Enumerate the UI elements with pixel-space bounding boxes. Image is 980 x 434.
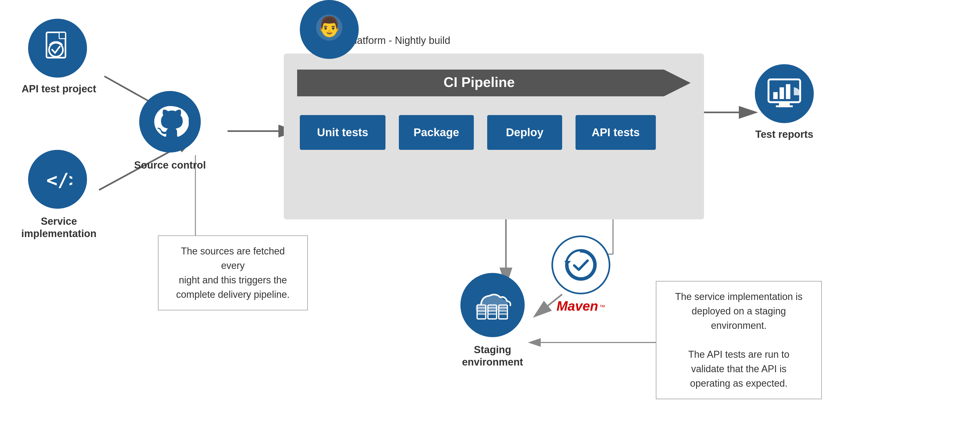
svg-rect-42 xyxy=(499,313,507,315)
api-test-project-icon xyxy=(28,19,87,78)
staging-icon xyxy=(460,273,525,337)
package-stage: Package xyxy=(399,115,474,150)
svg-rect-32 xyxy=(477,307,485,309)
test-reports-label: Test reports xyxy=(747,129,822,141)
svg-rect-36 xyxy=(488,307,496,309)
svg-text:</>: </> xyxy=(46,169,72,191)
source-note-box: The sources are fetched every night and … xyxy=(158,235,308,310)
test-reports-icon xyxy=(755,64,814,123)
api-tests-stage: API tests xyxy=(576,115,656,150)
api-test-project-label: API test project xyxy=(16,83,102,95)
deploy-stage: Deploy xyxy=(487,115,562,150)
staging-label: Staging environment xyxy=(447,344,538,368)
svg-text:CI Pipeline: CI Pipeline xyxy=(444,75,515,90)
svg-rect-40 xyxy=(499,307,507,309)
source-control-icon xyxy=(139,91,201,153)
svg-rect-25 xyxy=(776,105,793,107)
jenkins-icon: 👨 xyxy=(300,0,359,59)
svg-rect-16 xyxy=(59,32,65,39)
svg-rect-34 xyxy=(477,313,485,315)
diagram-container: API test project </> Service implementat… xyxy=(0,0,980,434)
svg-rect-41 xyxy=(499,310,507,312)
svg-rect-28 xyxy=(786,84,791,99)
svg-rect-37 xyxy=(488,310,496,312)
source-control-label: Source control xyxy=(129,159,212,172)
svg-rect-38 xyxy=(488,313,496,315)
maven-icon xyxy=(551,235,610,294)
svg-point-29 xyxy=(566,250,596,280)
svg-rect-27 xyxy=(780,87,784,99)
ci-pipeline-arrow: CI Pipeline xyxy=(297,67,690,99)
svg-point-17 xyxy=(49,43,63,57)
service-impl-label: Service implementation xyxy=(18,215,100,240)
svg-text:👨: 👨 xyxy=(317,15,342,38)
unit-tests-stage: Unit tests xyxy=(300,115,385,150)
service-impl-icon: </> xyxy=(28,150,87,209)
staging-note-box: The service implementation is deployed o… xyxy=(656,281,822,399)
svg-rect-26 xyxy=(773,92,778,99)
svg-rect-24 xyxy=(779,102,790,105)
cicd-platform-box: CI/CD platform - Nightly build 👨 CI Pipe… xyxy=(284,54,704,219)
svg-rect-33 xyxy=(477,310,485,312)
maven-label: Maven ™ xyxy=(546,298,616,314)
